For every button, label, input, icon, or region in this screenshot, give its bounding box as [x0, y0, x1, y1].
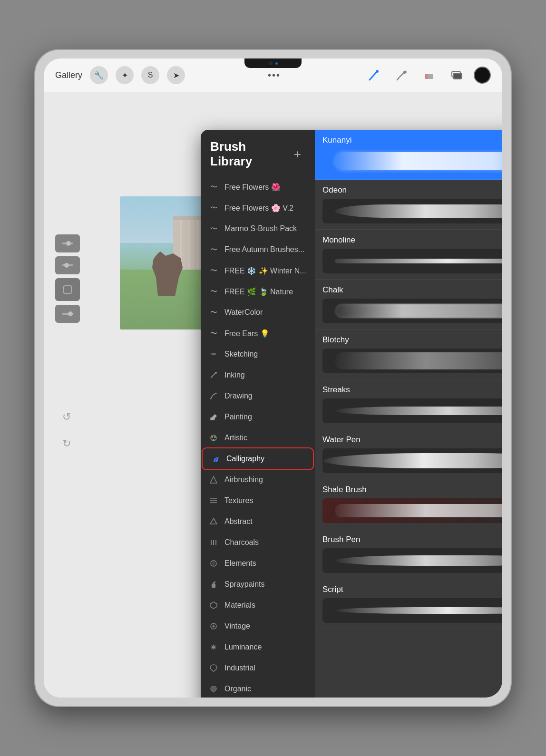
move-icon: ➤ — [173, 71, 179, 80]
brush-item-shale-brush[interactable]: Shale Brush — [315, 479, 502, 529]
more-options-dots[interactable]: ••• — [268, 70, 281, 81]
brush-stroke-brush-pen — [335, 555, 502, 566]
category-item-marmo[interactable]: 〜 Marmo S-Brush Pack — [201, 218, 315, 239]
svg-point-1 — [376, 70, 379, 73]
layers-button[interactable] — [446, 65, 466, 85]
brush-item-odeon[interactable]: Odeon — [315, 180, 502, 230]
category-item-airbrushing[interactable]: Airbrushing — [201, 469, 315, 490]
category-item-spraypaints[interactable]: Spraypaints — [201, 574, 315, 595]
svg-rect-4 — [425, 74, 428, 79]
cat-label-marmo: Marmo S-Brush Pack — [224, 224, 297, 233]
brush-stroke-odeon — [335, 204, 502, 218]
brush-stroke-chalk — [335, 304, 502, 318]
category-item-free-nature[interactable]: 〜 FREE 🌿 🍃 Nature — [201, 281, 315, 302]
brush-tool-button[interactable] — [363, 65, 383, 85]
brush-item-brush-pen[interactable]: Brush Pen — [315, 529, 502, 579]
category-item-luminance[interactable]: Luminance — [201, 637, 315, 658]
cat-icon-abstract — [208, 516, 219, 527]
wrench-icon: 🔧 — [94, 71, 104, 80]
category-item-free-winter[interactable]: 〜 FREE ❄️ ✨ Winter N... — [201, 260, 315, 281]
brush-item-water-pen[interactable]: Water Pen — [315, 429, 502, 479]
category-item-artistic[interactable]: Artistic — [201, 427, 315, 448]
brush-name-monoline: Monoline — [322, 235, 502, 245]
cat-icon-textures — [208, 495, 219, 506]
brush-item-script[interactable]: Script — [315, 579, 502, 629]
cat-label-sketching: Sketching — [224, 350, 258, 359]
brush-preview-kunanyi — [322, 149, 502, 174]
brush-item-monoline[interactable]: Monoline — [315, 230, 502, 280]
eraser-tool-button[interactable] — [419, 65, 439, 85]
cat-label-free-flowers-1: Free Flowers 🌺 — [224, 183, 281, 192]
category-panel: Brush Library + 〜 Free Flowers 🌺 〜 Free … — [201, 130, 315, 698]
move-button[interactable]: ➤ — [167, 66, 185, 84]
cat-icon-painting — [208, 412, 219, 422]
select-icon: S — [148, 71, 153, 79]
category-item-textures[interactable]: Textures — [201, 490, 315, 511]
add-brush-button[interactable]: + — [290, 146, 305, 162]
ipad-frame: Gallery 🔧 ✦ S ➤ ••• — [35, 50, 511, 706]
toolbar-right — [363, 65, 491, 85]
cat-label-vintage: Vintage — [224, 622, 250, 630]
cat-label-textures: Textures — [224, 496, 253, 505]
category-item-materials[interactable]: Materials — [201, 595, 315, 616]
cat-icon-industrial — [208, 663, 219, 673]
brush-panel: Kunanyi Odeon Monoline — [315, 130, 502, 698]
cat-icon-sketching: ✏ — [208, 349, 219, 359]
svg-marker-32 — [210, 602, 217, 609]
category-item-free-autumn[interactable]: 〜 Free Autumn Brushes... — [201, 239, 315, 260]
cat-label-charcoals: Charcoals — [224, 538, 259, 547]
cat-icon-charcoals — [208, 537, 219, 548]
brush-name-script: Script — [322, 585, 502, 594]
category-item-charcoals[interactable]: Charcoals — [201, 532, 315, 553]
cat-icon-free-autumn: 〜 — [208, 244, 219, 255]
brush-preview-odeon — [322, 199, 502, 223]
smudge-tool-button[interactable] — [391, 65, 411, 85]
cat-label-drawing: Drawing — [224, 392, 253, 400]
category-item-vintage[interactable]: Vintage — [201, 616, 315, 637]
brush-item-streaks[interactable]: Streaks — [315, 379, 502, 429]
category-item-elements[interactable]: Elements — [201, 553, 315, 574]
panel-header: Brush Library + — [201, 130, 315, 176]
cat-icon-drawing — [208, 391, 219, 401]
category-item-industrial[interactable]: Industrial — [201, 658, 315, 678]
category-item-sketching[interactable]: ✏ Sketching — [201, 344, 315, 365]
brush-item-blotchy[interactable]: Blotchy — [315, 330, 502, 379]
magic-icon: ✦ — [122, 71, 128, 80]
canvas-area: ↺ ↻ Brush Library + 〜 — [44, 92, 502, 698]
category-item-free-ears[interactable]: 〜 Free Ears 💡 — [201, 323, 315, 344]
svg-marker-24 — [210, 518, 217, 524]
category-item-free-flowers-1[interactable]: 〜 Free Flowers 🌺 — [201, 176, 315, 197]
category-item-abstract[interactable]: Abstract — [201, 511, 315, 532]
category-item-drawing[interactable]: Drawing — [201, 386, 315, 407]
brush-preview-chalk — [322, 299, 502, 323]
cat-label-spraypaints: Spraypaints — [224, 580, 265, 589]
category-item-watercolor[interactable]: 〜 WaterColor — [201, 302, 315, 323]
cat-icon-spraypaints — [208, 579, 219, 590]
magic-button[interactable]: ✦ — [116, 66, 134, 84]
category-item-free-flowers-2[interactable]: 〜 Free Flowers 🌸 V.2 — [201, 197, 315, 218]
brush-item-kunanyi[interactable]: Kunanyi — [315, 130, 502, 180]
gallery-button[interactable]: Gallery — [55, 70, 82, 80]
cat-label-watercolor: WaterColor — [224, 308, 263, 317]
cat-icon-vintage — [208, 621, 219, 631]
cat-icon-watercolor: 〜 — [208, 307, 219, 318]
wrench-button[interactable]: 🔧 — [90, 66, 108, 84]
cat-label-airbrushing: Airbrushing — [224, 475, 263, 484]
brush-name-chalk: Chalk — [322, 285, 502, 295]
category-item-inking[interactable]: Inking — [201, 365, 315, 386]
brush-item-chalk[interactable]: Chalk — [315, 280, 502, 330]
select-button[interactable]: S — [141, 66, 159, 84]
eraser-tool-icon — [421, 68, 436, 83]
category-item-calligraphy[interactable]: 𝒂 Calligraphy — [203, 448, 313, 469]
camera-light — [275, 62, 278, 65]
cat-label-industrial: Industrial — [224, 664, 255, 672]
cat-icon-inking — [208, 370, 219, 380]
color-picker[interactable] — [474, 67, 491, 84]
cat-label-free-nature: FREE 🌿 🍃 Nature — [224, 287, 293, 296]
category-item-organic[interactable]: Organic — [201, 678, 315, 698]
brush-preview-shale-brush — [322, 498, 502, 523]
cat-label-free-flowers-2: Free Flowers 🌸 V.2 — [224, 204, 293, 213]
svg-line-0 — [370, 71, 377, 80]
category-item-painting[interactable]: Painting — [201, 407, 315, 427]
svg-point-17 — [211, 436, 213, 438]
